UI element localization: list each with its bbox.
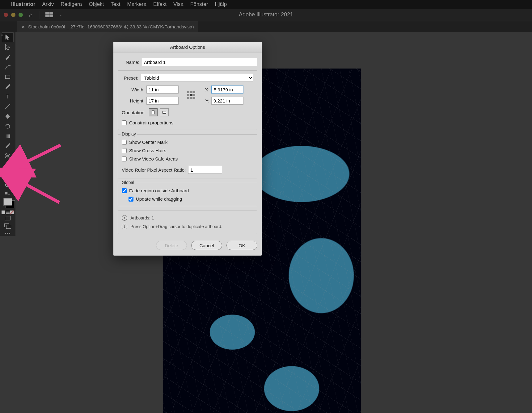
- curvature-tool[interactable]: [2, 62, 13, 72]
- fade-region-checkbox[interactable]: [122, 188, 127, 193]
- ok-button[interactable]: OK: [226, 241, 257, 250]
- window-chrome: ⌂ ⌄ Adobe Illustrator 2021: [0, 9, 532, 21]
- divider: [39, 11, 39, 19]
- svg-rect-7: [6, 174, 10, 178]
- canvas-area[interactable]: [0, 32, 532, 413]
- width-input[interactable]: [146, 86, 179, 94]
- preset-label: Preset:: [122, 75, 138, 81]
- close-window-icon[interactable]: [4, 13, 8, 17]
- info-icon: i: [122, 215, 127, 221]
- preset-select[interactable]: Tabloid: [141, 74, 253, 82]
- menu-hjalp[interactable]: Hjälp: [215, 1, 227, 7]
- menu-effekt[interactable]: Effekt: [153, 1, 167, 7]
- scissors-tool[interactable]: [2, 151, 13, 161]
- selection-tool[interactable]: [2, 33, 13, 42]
- line-tool[interactable]: [2, 102, 13, 111]
- home-icon[interactable]: ⌂: [29, 11, 33, 19]
- constrain-proportions-checkbox[interactable]: [122, 120, 127, 125]
- svg-rect-10: [5, 192, 7, 194]
- tools-panel: T •••: [0, 32, 15, 236]
- show-center-mark-label: Show Center Mark: [129, 140, 167, 145]
- show-cross-hairs-checkbox[interactable]: [122, 148, 127, 153]
- menu-redigera[interactable]: Redigera: [61, 1, 82, 7]
- dialog-title: Artboard Options: [113, 42, 262, 52]
- show-cross-hairs-label: Show Cross Hairs: [129, 148, 166, 153]
- svg-line-9: [9, 186, 11, 188]
- svg-text:T: T: [6, 94, 9, 99]
- svg-line-3: [6, 104, 10, 109]
- svg-rect-1: [6, 75, 10, 79]
- rectangle-tool[interactable]: [2, 72, 13, 81]
- x-input[interactable]: [211, 86, 243, 94]
- duplicate-hint: Press Option+Drag cursor to duplicate ar…: [130, 224, 222, 229]
- gradient-tool[interactable]: [2, 131, 13, 141]
- y-input[interactable]: [211, 97, 243, 105]
- shape-builder-tool[interactable]: [2, 112, 13, 121]
- orientation-portrait-button[interactable]: [149, 108, 158, 116]
- direct-selection-tool[interactable]: [2, 43, 13, 52]
- document-tab-label: Stockholm 0b0a0f _ 27e7fd -1630960837683…: [28, 24, 194, 29]
- update-dragging-checkbox[interactable]: [129, 197, 133, 202]
- y-label: Y:: [202, 98, 211, 103]
- svg-line-13: [22, 182, 59, 202]
- fill-stroke-swatch[interactable]: [3, 198, 12, 206]
- menu-arkiv[interactable]: Arkiv: [42, 1, 54, 7]
- display-fieldset: Display Show Center Mark Show Cross Hair…: [118, 134, 257, 178]
- menu-fonster[interactable]: Fönster: [190, 1, 208, 7]
- svg-point-0: [10, 65, 11, 67]
- info-icon: i: [122, 224, 127, 229]
- close-tab-icon[interactable]: ✕: [21, 24, 25, 29]
- macos-menubar: Illustrator Arkiv Redigera Objekt Text M…: [0, 0, 532, 9]
- fade-region-label: Fade region outside Artboard: [129, 188, 189, 193]
- svg-rect-4: [6, 135, 10, 138]
- show-center-mark-checkbox[interactable]: [122, 140, 127, 145]
- fill-stroke-toggle-icon[interactable]: [2, 191, 13, 196]
- delete-button: Delete: [156, 241, 187, 250]
- menu-visa[interactable]: Visa: [173, 1, 184, 7]
- color-mode-icons[interactable]: [2, 211, 14, 214]
- eyedropper-tool[interactable]: [2, 141, 13, 151]
- arrange-documents-icon[interactable]: [45, 12, 53, 17]
- svg-point-8: [6, 183, 9, 187]
- pen-tool[interactable]: [2, 52, 13, 62]
- show-video-safe-label: Show Video Safe Areas: [129, 156, 178, 161]
- artboard-tool[interactable]: [2, 171, 13, 180]
- menu-objekt[interactable]: Objekt: [89, 1, 104, 7]
- svg-line-12: [23, 145, 61, 164]
- type-tool[interactable]: T: [2, 92, 13, 101]
- maximize-window-icon[interactable]: [19, 13, 23, 17]
- draw-mode-icon[interactable]: [5, 216, 11, 220]
- app-name[interactable]: Illustrator: [11, 1, 35, 7]
- paintbrush-tool[interactable]: [2, 82, 13, 91]
- size-fieldset: Preset: Tabloid Width: X: Height:: [118, 70, 257, 130]
- document-tab[interactable]: ✕ Stockholm 0b0a0f _ 27e7fd -16309608376…: [17, 21, 198, 32]
- x-label: X:: [202, 87, 211, 92]
- annotation-arrow-1: [17, 143, 64, 172]
- artboard-options-dialog: Artboard Options Name: Preset: Tabloid W…: [113, 42, 262, 256]
- name-input[interactable]: [142, 58, 257, 66]
- width-label: Width:: [122, 87, 146, 92]
- svg-rect-11: [8, 192, 10, 194]
- height-label: Height:: [122, 98, 146, 103]
- aspect-ratio-input[interactable]: [188, 166, 222, 174]
- minimize-window-icon[interactable]: [11, 13, 15, 17]
- orientation-landscape-button[interactable]: [160, 108, 169, 116]
- hand-tool[interactable]: [2, 161, 13, 170]
- height-input[interactable]: [146, 97, 179, 105]
- more-tools-icon[interactable]: •••: [5, 231, 11, 236]
- traffic-lights: [4, 13, 23, 17]
- chevron-down-icon[interactable]: ⌄: [59, 13, 62, 17]
- cancel-button[interactable]: Cancel: [191, 241, 222, 250]
- screen-mode-icon[interactable]: [4, 223, 11, 228]
- rotate-tool[interactable]: [2, 122, 13, 131]
- zoom-tool[interactable]: [2, 181, 13, 190]
- aspect-ratio-label: Video Ruler Pixel Aspect Ratio:: [122, 167, 186, 173]
- constrain-proportions-label: Constrain proportions: [129, 120, 173, 125]
- toolbar-expand-icon[interactable]: ››: [1, 33, 3, 37]
- display-legend: Display: [120, 131, 137, 136]
- menu-markera[interactable]: Markera: [127, 1, 146, 7]
- show-video-safe-checkbox[interactable]: [122, 156, 127, 161]
- menu-text[interactable]: Text: [111, 1, 120, 7]
- reference-point-selector[interactable]: [187, 91, 195, 99]
- update-dragging-label: Update while dragging: [136, 196, 182, 202]
